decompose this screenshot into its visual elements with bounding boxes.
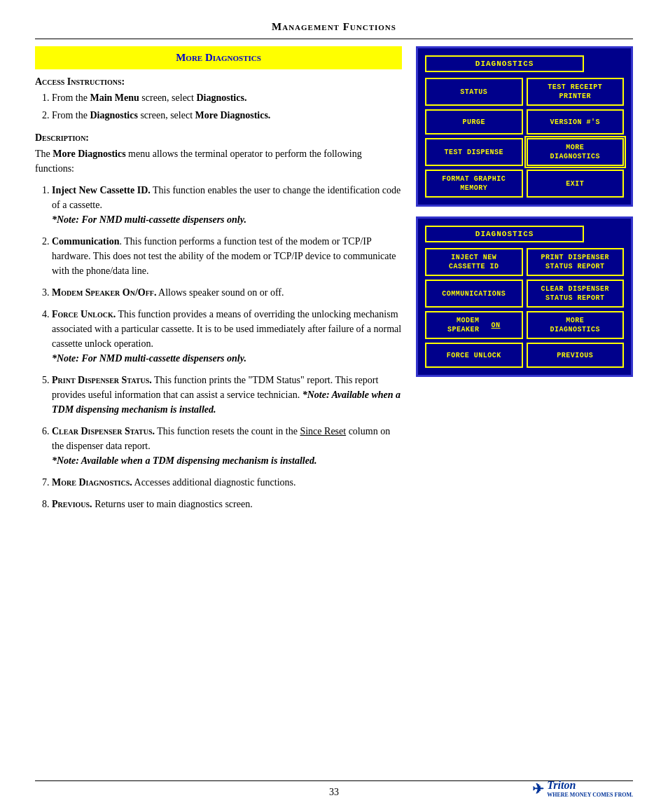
atm-screen-1-title: DIAGNOSTICS [425, 55, 584, 72]
atm-screen-2-title-row: DIAGNOSTICS [425, 226, 624, 242]
page-footer: 33 ✈ Triton WHERE MONEY COMES FROM. [35, 780, 633, 798]
access-instructions-list: From the Main Menu screen, select Diagno… [52, 90, 402, 123]
atm-screen-1: DIAGNOSTICS STATUS TEST RECEIPTPRINTER P… [416, 46, 633, 207]
atm-btn-status[interactable]: STATUS [425, 78, 523, 106]
atm-btn-communications[interactable]: COMMUNICATIONS [425, 280, 523, 308]
atm-btn-previous[interactable]: PREVIOUS [527, 343, 625, 368]
atm-btn-clear-dispenser-status[interactable]: CLEAR DISPENSERSTATUS REPORT [527, 280, 625, 308]
bottom-function-5: Print Dispenser Status. This function pr… [52, 373, 402, 417]
function-item-3: Modem Speaker On/Off. Allows speaker sou… [52, 285, 402, 300]
atm-screen-2-title: DIAGNOSTICS [425, 226, 584, 242]
access-step-2: From the Diagnostics screen, select More… [52, 108, 402, 123]
access-step-1: From the Main Menu screen, select Diagno… [52, 90, 402, 105]
atm-screen-2-grid: INJECT NEWCASSETTE ID PRINT DISPENSERSTA… [425, 248, 624, 368]
function-item-1: Inject New Cassette ID. This function en… [52, 183, 402, 227]
atm-btn-test-dispense[interactable]: TEST DISPENSE [425, 138, 523, 166]
atm-btn-purge[interactable]: PURGE [425, 109, 523, 135]
description-label: Description: [35, 132, 402, 144]
functions-list: Inject New Cassette ID. This function en… [52, 183, 402, 366]
triton-icon: ✈ [532, 780, 544, 797]
atm-btn-more-diagnostics-2[interactable]: MOREDIAGNOSTICS [527, 311, 625, 339]
page-title: Management Functions [35, 21, 633, 39]
right-column: DIAGNOSTICS STATUS TEST RECEIPTPRINTER P… [416, 46, 633, 518]
atm-btn-force-unlock[interactable]: FORCE UNLOCK [425, 343, 523, 368]
atm-btn-more-diagnostics-1[interactable]: MOREDIAGNOSTICS [527, 138, 625, 166]
bottom-function-7: More Diagnostics. Accesses additional di… [52, 475, 402, 490]
atm-btn-format-graphic[interactable]: FORMAT GRAPHICMEMORY [425, 170, 523, 198]
function-item-2: Communication. This function performs a … [52, 234, 402, 278]
atm-btn-version[interactable]: VERSION #'S [527, 109, 625, 135]
function-item-4: Force Unlock. This function provides a m… [52, 307, 402, 366]
atm-screen-1-grid: STATUS TEST RECEIPTPRINTER PURGE VERSION… [425, 78, 624, 198]
description-text: The More Diagnostics menu allows the ter… [35, 146, 402, 176]
left-column: More Diagnostics Access Instructions: Fr… [35, 46, 402, 518]
bottom-functions-list: Print Dispenser Status. This function pr… [52, 373, 402, 511]
triton-logo: ✈ Triton WHERE MONEY COMES FROM. [532, 779, 633, 798]
access-instructions-label: Access Instructions: [35, 76, 402, 88]
atm-btn-inject-new-cassette[interactable]: INJECT NEWCASSETTE ID [425, 248, 523, 276]
triton-name: Triton [547, 779, 633, 792]
atm-btn-exit[interactable]: EXIT [527, 170, 625, 198]
section-header: More Diagnostics [35, 46, 402, 69]
atm-screen-1-title-row: DIAGNOSTICS [425, 55, 624, 72]
page-number: 33 [329, 787, 339, 798]
bottom-function-8: Previous. Returns user to main diagnosti… [52, 497, 402, 511]
atm-screen-2: DIAGNOSTICS INJECT NEWCASSETTE ID PRINT … [416, 216, 633, 377]
triton-tagline: WHERE MONEY COMES FROM. [547, 792, 633, 798]
atm-btn-test-receipt-printer[interactable]: TEST RECEIPTPRINTER [527, 78, 625, 106]
atm-btn-modem-speaker[interactable]: MODEMSPEAKER ON [425, 311, 523, 339]
atm-btn-print-dispenser-status[interactable]: PRINT DISPENSERSTATUS REPORT [527, 248, 625, 276]
bottom-function-6: Clear Dispenser Status. This function re… [52, 424, 402, 468]
